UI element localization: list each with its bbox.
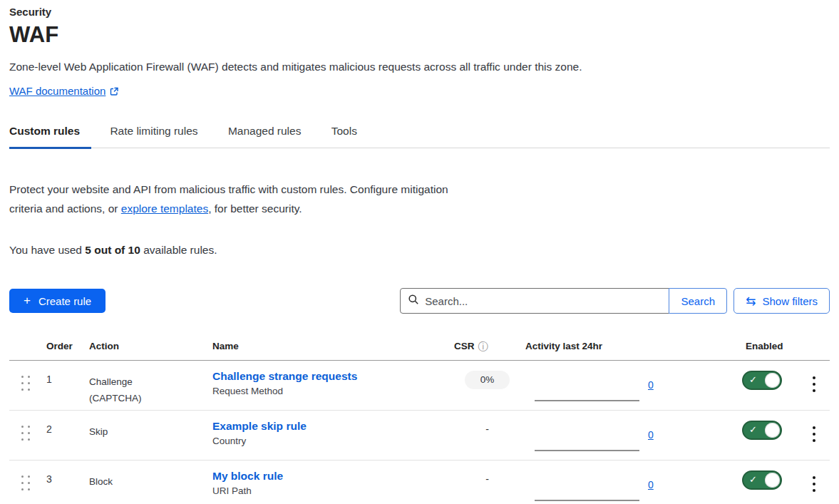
rule-field: Country — [212, 436, 449, 446]
tab-tools[interactable]: Tools — [331, 125, 369, 148]
usage-count: 5 out of 10 — [85, 244, 140, 256]
tab-custom-rules[interactable]: Custom rules — [9, 125, 91, 148]
sparkline-flat-line — [535, 450, 639, 451]
intro-line2-after: , for better security. — [208, 202, 302, 215]
kebab-menu-icon[interactable] — [808, 474, 820, 504]
table-header-row: Order Action Name CSRⓘ Activity last 24h… — [9, 332, 830, 361]
enabled-toggle[interactable]: ✓ — [742, 371, 782, 390]
search-icon — [408, 294, 419, 308]
rule-order: 1 — [46, 361, 89, 410]
toggle-knob — [765, 423, 780, 438]
drag-handle-icon[interactable] — [21, 426, 46, 441]
activity-count-link[interactable]: 0 — [648, 479, 654, 490]
usage-prefix: You have used — [9, 244, 85, 256]
kebab-menu-icon[interactable] — [808, 374, 820, 410]
rule-order: 3 — [46, 461, 89, 504]
activity-sparkline: 0 — [525, 411, 720, 460]
check-icon: ✓ — [749, 424, 757, 435]
activity-sparkline: 0 — [525, 461, 720, 504]
rules-toolbar: + Create rule Search ⇆ Show filters — [9, 288, 830, 314]
toolbar-right: Search ⇆ Show filters — [400, 288, 830, 314]
kebab-menu-icon[interactable] — [808, 424, 820, 460]
intro-line2-before: criteria and actions, or — [9, 202, 121, 215]
drag-handle-icon[interactable] — [21, 475, 46, 491]
header-name: Name — [212, 332, 449, 360]
sparkline-flat-line — [535, 500, 639, 501]
rule-action: Challenge (CAPTCHA) — [89, 361, 212, 410]
header-activity: Activity last 24hr — [525, 332, 720, 360]
page-title: WAF — [9, 22, 830, 48]
rule-action: Block — [89, 461, 212, 504]
activity-count-link[interactable]: 0 — [648, 429, 654, 441]
header-csr: CSRⓘ — [449, 332, 525, 360]
csr-value: - — [485, 423, 489, 435]
explore-templates-link[interactable]: explore templates — [121, 202, 208, 215]
create-rule-label: Create rule — [38, 295, 91, 307]
swap-arrows-icon: ⇆ — [746, 295, 756, 307]
activity-sparkline: 0 — [525, 361, 720, 410]
info-icon[interactable]: ⓘ — [478, 341, 488, 352]
usage-suffix: available rules. — [140, 244, 217, 256]
toggle-knob — [765, 473, 780, 488]
doc-link-row: WAF documentation — [9, 85, 830, 99]
toggle-knob — [765, 373, 780, 388]
search-button[interactable]: Search — [669, 288, 727, 314]
plus-icon: + — [24, 294, 31, 308]
header-menu-spacer — [798, 332, 830, 360]
tab-managed-rules[interactable]: Managed rules — [228, 125, 313, 148]
tab-rate-limiting-rules[interactable]: Rate limiting rules — [110, 125, 209, 148]
waf-documentation-link[interactable]: WAF documentation — [9, 85, 105, 97]
rule-action: Skip — [89, 411, 212, 460]
activity-count-link[interactable]: 0 — [648, 379, 654, 391]
rule-field: Request Method — [212, 386, 449, 396]
csr-value: - — [485, 473, 489, 485]
search-box — [400, 288, 669, 314]
sparkline-flat-line — [535, 400, 639, 401]
rule-order: 2 — [46, 411, 89, 460]
waf-page: Security WAF Zone-level Web Application … — [0, 6, 839, 504]
external-link-icon — [110, 86, 119, 99]
rule-name-link[interactable]: Challenge strange requests — [212, 370, 357, 382]
create-rule-button[interactable]: + Create rule — [9, 289, 105, 313]
intro-line1: Protect your website and API from malici… — [9, 183, 448, 195]
rule-name-link[interactable]: My block rule — [212, 470, 283, 482]
tab-bar: Custom rules Rate limiting rules Managed… — [9, 125, 830, 148]
table-row: 2 Skip Example skip rule Country - 0 ✓ — [9, 411, 830, 461]
table-row: 3 Block My block rule URI Path - 0 ✓ — [9, 461, 830, 504]
intro-paragraph: Protect your website and API from malici… — [9, 180, 830, 218]
drag-handle-icon[interactable] — [21, 376, 46, 391]
csr-badge: 0% — [465, 371, 510, 389]
page-description: Zone-level Web Application Firewall (WAF… — [9, 61, 830, 73]
header-handle-spacer — [9, 332, 46, 360]
search-input[interactable] — [425, 295, 662, 307]
enabled-toggle[interactable]: ✓ — [742, 470, 782, 490]
enabled-toggle[interactable]: ✓ — [742, 421, 782, 440]
check-icon: ✓ — [749, 374, 757, 385]
check-icon: ✓ — [749, 474, 757, 485]
header-order: Order — [46, 332, 89, 360]
show-filters-button[interactable]: ⇆ Show filters — [734, 288, 830, 314]
header-action: Action — [89, 332, 212, 360]
rule-name-link[interactable]: Example skip rule — [212, 420, 307, 432]
table-row: 1 Challenge (CAPTCHA) Challenge strange … — [9, 361, 830, 411]
usage-summary: You have used 5 out of 10 available rule… — [9, 244, 830, 257]
show-filters-label: Show filters — [762, 295, 818, 307]
rule-field: URI Path — [212, 485, 449, 496]
header-enabled: Enabled — [720, 332, 798, 360]
rules-table: Order Action Name CSRⓘ Activity last 24h… — [9, 332, 830, 504]
section-eyebrow: Security — [9, 6, 830, 18]
